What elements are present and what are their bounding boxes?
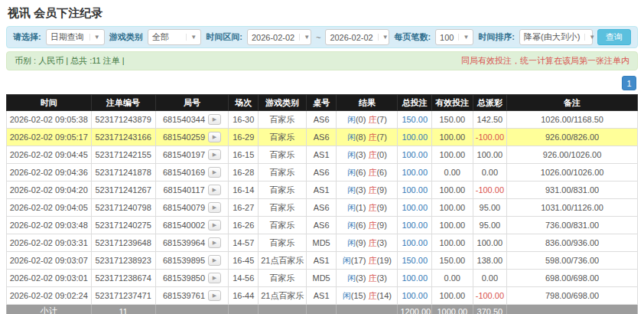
round-number: 681540344 <box>163 115 205 124</box>
cell-payout: 0.00 <box>473 270 507 287</box>
result-banker-label: 庄 <box>368 185 376 195</box>
chevron-down-icon: ▼ <box>584 34 595 41</box>
cell-time: 2026-02-02 09:05:38 <box>7 111 92 129</box>
video-replay-icon[interactable]: ▶ <box>208 114 221 125</box>
cell-bet-id: 523171243166 <box>91 129 155 146</box>
table-row[interactable]: 2026-02-02 09:04:36523171241878681540169… <box>7 164 638 182</box>
table-row[interactable]: 2026-02-02 09:02:24523171237471681539761… <box>7 287 638 305</box>
cell-table-no: AS1 <box>306 252 337 270</box>
table-row[interactable]: 2026-02-02 09:03:07523171238923681539895… <box>7 252 638 270</box>
result-banker-label: 庄 <box>368 238 376 247</box>
cell-table-no: AS6 <box>306 199 337 217</box>
cell-remark: 798.00/698.00 <box>507 287 638 305</box>
cell-round-id: 681540117▶ <box>155 182 229 199</box>
cell-game-type: 百家乐 <box>259 111 307 129</box>
chevron-down-icon: ▼ <box>186 34 197 41</box>
cell-round-id: 681540259▶ <box>155 129 229 146</box>
video-replay-icon[interactable]: ▶ <box>208 220 221 231</box>
cell-total-bet[interactable]: 100.00 <box>398 270 432 287</box>
table-row[interactable]: 2026-02-02 09:05:38523171243879681540344… <box>7 111 638 129</box>
video-replay-icon[interactable]: ▶ <box>208 273 221 283</box>
cell-valid-bet: 100.00 <box>431 146 473 164</box>
column-header: 有效投注 <box>431 95 473 111</box>
cell-time: 2026-02-02 09:04:05 <box>7 199 92 217</box>
video-replay-icon[interactable]: ▶ <box>208 167 221 178</box>
cell-result: 闲(6) 庄(9) <box>337 217 398 234</box>
cell-session: 16-28 <box>229 164 259 182</box>
cell-bet-id: 523171241267 <box>91 182 155 199</box>
cell-total-bet[interactable]: 150.00 <box>398 252 432 270</box>
cell-table-no: AS1 <box>306 182 337 199</box>
cell-game-type: 21点百家乐 <box>259 287 307 305</box>
page-1-button[interactable]: 1 <box>622 76 636 90</box>
page-size-label: 每页笔数: <box>394 31 431 43</box>
cell-remark: 1026.00/1168.50 <box>507 111 638 129</box>
cell-round-id: 681540169▶ <box>155 164 229 182</box>
video-replay-icon[interactable]: ▶ <box>208 255 221 266</box>
result-player-label: 闲 <box>347 185 356 195</box>
cell-table-no: MD5 <box>306 270 337 287</box>
date-from-select[interactable]: 2026-02-02 ▼ <box>247 29 311 45</box>
cell-total-bet[interactable]: 100.00 <box>398 182 432 199</box>
video-replay-icon[interactable]: ▶ <box>208 185 221 195</box>
column-header: 游戏类别 <box>259 95 307 111</box>
column-header: 场次 <box>229 95 259 111</box>
cell-round-id: 681540197▶ <box>155 146 229 164</box>
cell-table-no: AS1 <box>306 146 337 164</box>
result-player-label: 闲 <box>347 273 356 283</box>
cell-payout: 100.00 <box>473 234 507 252</box>
table-row[interactable]: 2026-02-02 09:03:31523171239648681539964… <box>7 234 638 252</box>
cell-result: 闲(1) 庄(9) <box>337 199 398 217</box>
sort-select[interactable]: 降幂(由大到小) ▼ <box>519 29 593 45</box>
video-replay-icon[interactable]: ▶ <box>208 237 221 248</box>
cell-total-bet[interactable]: 100.00 <box>398 234 432 252</box>
table-row[interactable]: 2026-02-02 09:04:45523171242155681540197… <box>7 146 638 164</box>
page-size-select[interactable]: 100 ▼ <box>435 29 473 45</box>
notice-text: 同局有效投注，统一计算在该局第一张注单内 <box>461 55 629 67</box>
date-to-select[interactable]: 2026-02-02 ▼ <box>325 29 389 45</box>
query-button[interactable]: 查询 <box>597 29 631 45</box>
cell-total-bet[interactable]: 150.00 <box>398 111 432 129</box>
table-row[interactable]: 2026-02-02 09:04:05523171240798681540079… <box>7 199 638 217</box>
table-row[interactable]: 2026-02-02 09:03:01523171238674681539850… <box>7 270 638 287</box>
result-banker-score: (9) <box>376 185 386 195</box>
cell-result: 闲(6) 庄(6) <box>337 164 398 182</box>
column-header: 时间 <box>7 95 92 111</box>
video-replay-icon[interactable]: ▶ <box>208 290 221 301</box>
result-player-score: (0) <box>356 115 369 124</box>
cell-total-bet[interactable]: 100.00 <box>398 199 432 217</box>
cell-game-type: 百家乐 <box>259 234 307 252</box>
result-banker-score: (9) <box>376 221 386 230</box>
table-row[interactable]: 2026-02-02 09:03:48523171240275681540002… <box>7 217 638 234</box>
cell-total-bet[interactable]: 100.00 <box>398 217 432 234</box>
table-row[interactable]: 2026-02-02 09:04:20523171241267681540117… <box>7 182 638 199</box>
chevron-down-icon: ▼ <box>299 34 310 41</box>
cell-total-bet[interactable]: 100.00 <box>398 287 432 305</box>
cell-session: 16-26 <box>229 217 259 234</box>
cell-game-type: 百家乐 <box>259 182 307 199</box>
table-row[interactable]: 2026-02-02 09:05:17523171243166681540259… <box>7 129 638 146</box>
video-replay-icon[interactable]: ▶ <box>208 202 221 213</box>
cell-game-type: 百家乐 <box>259 164 307 182</box>
cell-total-bet[interactable]: 100.00 <box>398 164 432 182</box>
result-banker-score: (7) <box>376 132 386 142</box>
cell-session: 16-15 <box>229 146 259 164</box>
cell-remark: 698.00/698.00 <box>507 270 638 287</box>
cell-time: 2026-02-02 09:03:07 <box>7 252 92 270</box>
game-type-select[interactable]: 全部 ▼ <box>148 29 202 45</box>
result-player-score: (3) <box>356 273 369 283</box>
video-replay-icon[interactable]: ▶ <box>208 132 221 142</box>
cell-time: 2026-02-02 09:03:01 <box>7 270 92 287</box>
cell-payout: 100.00 <box>473 146 507 164</box>
query-type-select[interactable]: 日期查询 ▼ <box>46 29 105 45</box>
cell-total-bet[interactable]: 100.00 <box>398 129 432 146</box>
result-player-label: 闲 <box>347 132 356 142</box>
video-replay-icon[interactable]: ▶ <box>208 149 221 160</box>
cell-time: 2026-02-02 09:04:36 <box>7 164 92 182</box>
cell-total-bet[interactable]: 100.00 <box>398 146 432 164</box>
cell-session: 16-30 <box>229 111 259 129</box>
cell-time: 2026-02-02 09:04:20 <box>7 182 92 199</box>
cell-remark: 736.00/831.00 <box>507 217 638 234</box>
column-header: 桌号 <box>306 95 337 111</box>
chevron-down-icon: ▼ <box>378 34 389 41</box>
